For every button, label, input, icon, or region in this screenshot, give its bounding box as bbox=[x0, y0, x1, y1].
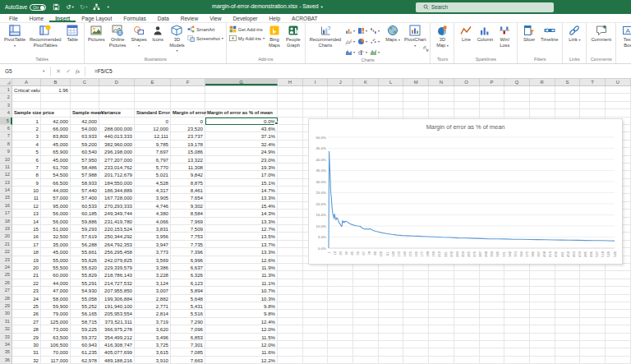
cell-A24[interactable]: 20 bbox=[12, 264, 41, 271]
cell-Q27[interactable] bbox=[504, 287, 530, 294]
text-box-button[interactable]: AText Box bbox=[619, 24, 631, 48]
cell-E22[interactable]: 3,773 bbox=[135, 248, 171, 256]
screenshot-button[interactable]: Screenshot▾ bbox=[187, 35, 223, 42]
cell-U4[interactable] bbox=[606, 109, 631, 117]
row-header-11[interactable]: 11 bbox=[0, 164, 12, 171]
cell-E6[interactable]: 12,000 bbox=[135, 125, 171, 132]
cell-N1[interactable] bbox=[429, 86, 454, 94]
cell-H2[interactable] bbox=[278, 94, 303, 101]
table-button[interactable]: Table bbox=[63, 24, 81, 44]
icons-button[interactable]: Icons bbox=[149, 24, 167, 44]
cell-R4[interactable] bbox=[530, 109, 555, 117]
redo-button[interactable]: ↻▾ bbox=[80, 3, 88, 11]
cell-J33[interactable] bbox=[328, 334, 353, 341]
chart-hierarchy-button[interactable]: ▾ bbox=[357, 25, 369, 35]
row-header-31[interactable]: 31 bbox=[0, 318, 12, 325]
column-header-D[interactable]: D bbox=[99, 79, 135, 85]
cell-S29[interactable] bbox=[555, 302, 581, 310]
cell-A22[interactable]: 18 bbox=[12, 248, 41, 256]
cell-P27[interactable] bbox=[480, 287, 505, 294]
cell-C20[interactable]: 57,619 bbox=[71, 233, 99, 240]
cell-Q35[interactable] bbox=[504, 348, 530, 356]
cell-H30[interactable] bbox=[278, 310, 303, 317]
cell-U30[interactable] bbox=[606, 310, 631, 317]
cell-H21[interactable] bbox=[278, 241, 303, 248]
cell-Q25[interactable] bbox=[504, 271, 530, 279]
cell-F13[interactable]: 8,875 bbox=[171, 179, 205, 187]
cell-G5[interactable]: 0.0% bbox=[205, 117, 278, 125]
cell-T25[interactable] bbox=[580, 271, 606, 279]
cell-C2[interactable] bbox=[71, 94, 99, 101]
cell-E36[interactable]: 3,910 bbox=[135, 357, 171, 364]
cell-O1[interactable] bbox=[454, 86, 480, 94]
cell-Q28[interactable] bbox=[504, 295, 530, 302]
cell-B13[interactable]: 66,500 bbox=[41, 179, 71, 187]
cell-S4[interactable] bbox=[555, 109, 581, 117]
cell-B16[interactable]: 95,000 bbox=[41, 202, 71, 210]
cell-H13[interactable] bbox=[278, 179, 303, 187]
cell-G24[interactable]: 11.9% bbox=[205, 264, 278, 271]
cell-R33[interactable] bbox=[530, 334, 555, 341]
cell-O3[interactable] bbox=[454, 102, 480, 109]
tab-home[interactable]: Home bbox=[24, 14, 50, 22]
cell-B27[interactable]: 47,000 bbox=[41, 287, 71, 294]
cell-G6[interactable]: 43.6% bbox=[205, 125, 278, 132]
tab-insert[interactable]: Insert bbox=[49, 14, 76, 22]
cell-K29[interactable] bbox=[353, 302, 379, 310]
charts-dialog-launcher-icon[interactable] bbox=[423, 40, 429, 55]
cell-H18[interactable] bbox=[278, 218, 303, 225]
cell-F19[interactable]: 7,509 bbox=[171, 225, 205, 233]
autosave-toggle[interactable]: On bbox=[30, 4, 46, 11]
cell-A19[interactable]: 15 bbox=[12, 225, 41, 233]
cell-D20[interactable]: 250,344,292 bbox=[99, 233, 135, 240]
cell-L35[interactable] bbox=[379, 348, 404, 356]
cell-S26[interactable] bbox=[555, 279, 581, 287]
chart-surface-button[interactable]: ▾ bbox=[370, 47, 381, 57]
column-header-I[interactable]: I bbox=[303, 79, 329, 85]
cell-L33[interactable] bbox=[379, 334, 404, 341]
cell-B35[interactable]: 70,000 bbox=[41, 348, 71, 356]
cell-L2[interactable] bbox=[379, 94, 404, 101]
pivottable-button[interactable]: PivotTable ▾ bbox=[2, 24, 27, 48]
name-box-caret-icon[interactable]: ▾ bbox=[43, 69, 44, 73]
column-header-L[interactable]: L bbox=[379, 79, 404, 85]
cell-F31[interactable]: 7,290 bbox=[171, 318, 205, 325]
chart-combo-button[interactable]: ▾ bbox=[357, 47, 369, 57]
cell-D30[interactable]: 205,953,554 bbox=[99, 310, 135, 317]
cell-E1[interactable] bbox=[135, 86, 171, 94]
cell-J3[interactable] bbox=[328, 102, 353, 109]
cell-A8[interactable]: 4 bbox=[12, 141, 41, 148]
chart-scatter-button[interactable]: ▾ bbox=[370, 36, 381, 46]
cell-H24[interactable] bbox=[278, 264, 303, 271]
cell-F7[interactable]: 23,737 bbox=[171, 132, 205, 140]
cell-F32[interactable]: 7,096 bbox=[171, 325, 205, 333]
cell-U31[interactable] bbox=[606, 318, 631, 325]
cell-F6[interactable]: 23,520 bbox=[171, 125, 205, 132]
cell-C9[interactable]: 60,540 bbox=[71, 148, 99, 155]
cell-G8[interactable]: 32.4% bbox=[205, 141, 278, 148]
cell-P33[interactable] bbox=[480, 334, 505, 341]
cell-B30[interactable]: 79,000 bbox=[41, 310, 71, 317]
cell-F2[interactable] bbox=[171, 94, 205, 101]
cell-L27[interactable] bbox=[379, 287, 404, 294]
cell-J2[interactable] bbox=[328, 94, 353, 101]
cell-D4[interactable]: Variance bbox=[99, 109, 135, 117]
cell-P4[interactable] bbox=[480, 109, 505, 117]
cell-P28[interactable] bbox=[480, 295, 505, 302]
cell-G22[interactable]: 13.3% bbox=[205, 248, 278, 256]
cell-K36[interactable] bbox=[353, 357, 379, 364]
cell-C26[interactable]: 55,291 bbox=[71, 279, 99, 287]
cell-G2[interactable] bbox=[205, 94, 278, 101]
cell-O29[interactable] bbox=[454, 302, 480, 310]
cell-I33[interactable] bbox=[303, 334, 329, 341]
cell-M36[interactable] bbox=[403, 357, 429, 364]
cell-F22[interactable]: 7,396 bbox=[171, 248, 205, 256]
cell-C24[interactable]: 55,620 bbox=[71, 264, 99, 271]
cell-F8[interactable]: 19,178 bbox=[171, 141, 205, 148]
cell-A33[interactable]: 29 bbox=[12, 334, 41, 341]
row-header-18[interactable]: 18 bbox=[0, 218, 12, 225]
cell-D27[interactable]: 207,955,850 bbox=[99, 287, 135, 294]
row-header-14[interactable]: 14 bbox=[0, 187, 12, 194]
cell-C18[interactable]: 59,886 bbox=[71, 218, 99, 225]
cell-J4[interactable] bbox=[328, 109, 353, 117]
